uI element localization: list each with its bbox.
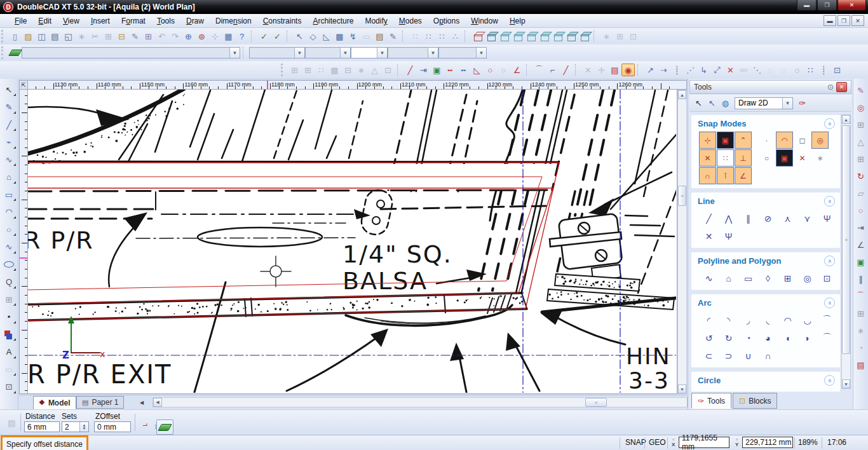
menu-constraints[interactable]: Constraints [257,15,308,27]
clone[interactable]: ⊞ [2,292,16,306]
snap-vertical[interactable]: ┊ [670,64,684,76]
select-cursor[interactable]: ↖ [692,97,705,109]
vertical-scrollbar[interactable]: ▲ ≡ ▼ [677,90,687,394]
render-brush[interactable]: ✎ [386,30,400,43]
snap-intersection[interactable]: ✕ [699,149,716,167]
dimension-gray[interactable]: ▭ [2,362,16,376]
ucs-move[interactable]: ↖ [293,30,306,43]
view-cube-wire[interactable] [471,30,484,43]
horizontal-scrollbar[interactable]: ◀ ≡ ▶ [153,397,696,407]
squares-2[interactable]: ⊞ [855,307,867,320]
ortho-corner-icon[interactable]: ⌐ [139,419,152,432]
snap-grid[interactable]: ∷ [804,64,817,76]
group-boxes[interactable]: ⊞ [613,30,627,43]
snap-midpoint[interactable]: ✕ [794,149,811,167]
snap-circle2[interactable]: ◌ [777,64,790,76]
polygon-square-in[interactable]: ⊡ [817,271,837,286]
explode-wand[interactable]: ∗ [600,30,613,43]
rotate[interactable]: ↻ [855,170,867,182]
new-file[interactable]: ▯ [8,30,22,43]
arc-third[interactable]: ◕ [758,331,778,346]
line-angular-2[interactable]: ⋎ [797,211,817,226]
snap-facet[interactable]: ◻ [794,132,811,149]
help[interactable]: ? [235,30,248,43]
trim-line[interactable]: ⇥ [855,221,867,234]
text-tool[interactable]: A [2,345,16,359]
box-node[interactable]: ▣ [430,64,444,76]
select-arrow[interactable]: ↖ [2,83,16,97]
snap-iso[interactable]: ISO [737,64,750,76]
array-grid[interactable]: ⊞ [301,64,315,76]
snap-circle3[interactable]: ◌ [790,64,804,76]
collapse-chevron-icon[interactable]: « [824,196,835,207]
zoom-window[interactable]: ⊚ [195,30,208,43]
arc-start-end[interactable]: ◞ [738,313,758,328]
polygon-node[interactable]: ⊞ [778,271,797,286]
copy-obj[interactable]: ⊞ [855,118,867,131]
dim-200[interactable]: ▭ [360,30,373,43]
mdi-close-button[interactable]: ✕ [851,15,864,26]
weight-combo[interactable]: ▼ [388,47,438,58]
cut[interactable]: ✂ [88,30,102,43]
scroll-left-button[interactable]: ◀ [153,398,162,407]
sketch-pencil[interactable]: ✎ [2,100,16,114]
panel-tab-blocks[interactable]: ⊡Blocks [733,393,777,409]
mirror-tri[interactable]: △ [855,135,867,148]
grid-half[interactable]: ∷ [435,30,449,43]
arc-tan-point[interactable]: ◠ [778,313,797,328]
snap-perpendicular[interactable]: ⊥ [735,149,752,167]
node-select[interactable]: ↖ [705,97,719,109]
vertical-ruler[interactable]: 260 mm250 mm240 mm230 mm220 mm210 mm200 … [19,90,28,394]
arc-center-begin-end[interactable]: ◜ [699,313,719,328]
geo-indicator[interactable]: GEO [649,438,666,447]
menu-options[interactable]: Options [428,15,465,27]
chamfer[interactable]: ⌐ [546,64,559,76]
print-preview[interactable]: ◱ [62,30,75,43]
pen-combo[interactable]: ▼ [351,47,388,58]
panel-scroll-down[interactable]: ▼ [842,379,850,388]
trim[interactable]: ⇥ [417,64,430,76]
field-distance[interactable]: 6 mm [24,421,60,432]
arc-top[interactable]: ⌒ [817,331,837,346]
arc-half-right[interactable]: ◗ [797,331,817,346]
snap-vertical-line[interactable]: ⊺ [717,167,734,184]
restore-button[interactable]: ❐ [817,0,837,11]
polyline[interactable]: ⌁ [2,135,16,149]
snap-indicator[interactable]: SNAP [625,438,646,447]
ghost[interactable]: ⊡ [627,30,640,43]
snap-cross[interactable]: ⤢ [710,64,724,76]
insert-image[interactable]: ⊡ [2,380,16,394]
arc-tangent-3[interactable]: ∪ [738,348,758,364]
snap-x[interactable]: ✕ [724,64,737,76]
menu-format[interactable]: Format [116,15,151,27]
menu-view[interactable]: View [57,15,85,27]
polygon-circum[interactable]: ◎ [797,271,817,286]
format-painter[interactable]: ✎ [128,30,142,43]
fillet-2[interactable]: ╱ [559,64,573,76]
array-polar[interactable]: ∗ [355,64,368,76]
line-parallel[interactable]: ∥ [738,211,758,226]
horizontal-scroll-thumb[interactable]: ≡ [585,398,607,407]
panel-tab-tools[interactable]: ✑Tools [691,393,731,409]
panel-scroll-up[interactable]: ▲ [842,115,850,124]
arc-gray[interactable]: ◔ [855,341,867,354]
tab-scroll-left[interactable]: ◀ [137,398,146,407]
snap-vector[interactable]: ↗ [644,64,657,76]
grid-four[interactable]: ⊞ [855,153,867,165]
ortho-mode[interactable]: ◉ [621,64,635,76]
snap-elbow[interactable]: ↳ [697,64,710,76]
sketch-q[interactable]: Q [2,275,16,289]
arc-tangent-2[interactable]: ⊃ [719,348,738,364]
view-cube-5[interactable] [538,30,551,43]
line-vertical[interactable]: Ψ [719,229,738,244]
grid-dots[interactable]: ∷ [409,30,422,43]
bezier-curve[interactable]: ∿ [2,153,16,167]
arc-incl-angle[interactable]: ◟ [758,313,778,328]
menu-help[interactable]: Help [504,15,531,27]
ruler-corner-button[interactable]: ⇱ [19,80,28,90]
tri-red[interactable]: ◺ [470,64,484,76]
snap-magnetic[interactable]: ▣ [776,149,793,167]
snap-circle1[interactable]: ◌ [764,64,777,76]
line-segment[interactable]: ╱ [699,211,719,226]
array-2[interactable]: ⊟ [341,64,355,76]
